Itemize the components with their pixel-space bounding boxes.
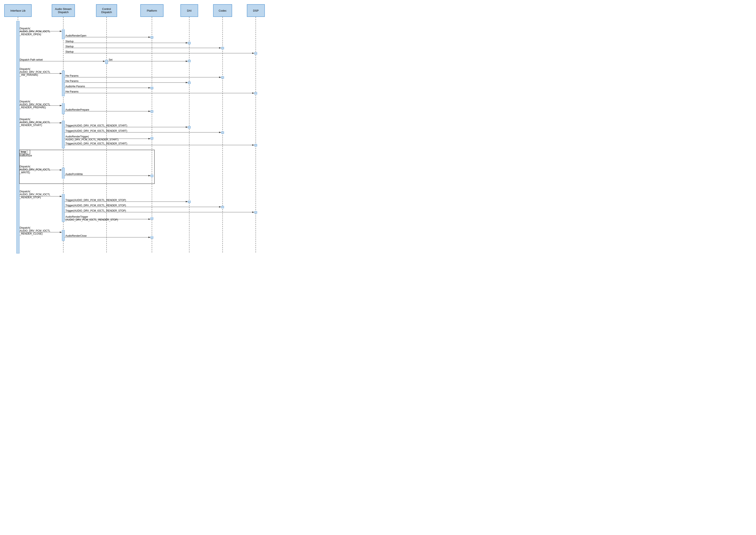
svg-rect-9: [62, 30, 65, 39]
actor-control-dispatch: ControlDispatch: [96, 4, 117, 17]
msg-audio-render-trigger-stop: AudioRenderTrigger(AUDIO_DRV_PCM_IOCTL_R…: [66, 215, 118, 221]
msg-startup-1: Startup: [66, 40, 74, 43]
actor-dai-label: DAI: [187, 9, 192, 12]
svg-rect-61: [151, 217, 153, 220]
msg-dispatch-render-stop: Dispatch(AUDIO_DRV_PCM_IOCTL_RENDER_STOP…: [20, 190, 50, 199]
msg-hw-params-3: Hw Params: [66, 90, 78, 93]
actor-dai: DAI: [180, 4, 198, 17]
svg-rect-29: [151, 87, 153, 89]
msg-dispatch-render-open: Dispatch(AUDIO_DRV_PCM_IOCTL_RENDER_OPEN…: [20, 27, 50, 36]
msg-hw-params-1: Hw Params: [66, 74, 78, 77]
msg-dispatch-path-selset: Dispatch Path selset: [20, 58, 42, 61]
msg-trigger-render-start-3: Trigger(AUDIO_DRV_PCM_IOCTL_RENDER_START…: [66, 142, 127, 145]
actor-platform: Platform: [140, 4, 164, 17]
diagram-container: Interface Lib Audio StreamDispatch Contr…: [0, 0, 274, 465]
msg-startup-2: Startup: [66, 45, 74, 48]
svg-rect-8: [16, 21, 19, 253]
svg-rect-25: [221, 76, 224, 78]
svg-rect-45: [255, 144, 257, 146]
actor-interface-lib: Interface Lib: [4, 4, 32, 17]
svg-rect-41: [221, 131, 224, 134]
actor-audio-stream-label: Audio StreamDispatch: [55, 7, 72, 14]
msg-dispatch-render-start: Dispatch(AUDIO_DRV_PCM_IOCTL_RENDER_STAR…: [20, 118, 50, 127]
msg-traf-buf-size: trafBufSize: [20, 154, 32, 157]
svg-rect-53: [62, 194, 65, 222]
msg-trigger-render-stop-1: Trigger(AUDIO_DRV_PCM_IOCTL_RENDER_STOP): [66, 199, 126, 202]
msg-audio-render-open: AudioRenderOpen: [66, 34, 86, 37]
actor-dsp: DSP: [247, 4, 265, 17]
svg-rect-11: [151, 36, 153, 39]
svg-rect-35: [151, 110, 153, 113]
svg-rect-21: [188, 60, 191, 62]
svg-rect-55: [188, 201, 191, 203]
msg-audio-render-prepare: AudioRenderPrepare: [66, 108, 89, 111]
msg-dispatch-render-prepare: Dispatch(AUDIO_DRV_PCM_IOCTL_RENDER_PREP…: [20, 100, 50, 109]
svg-rect-43: [151, 137, 153, 139]
svg-rect-17: [255, 52, 257, 54]
msg-startup-3: Startup: [66, 50, 74, 53]
msg-trigger-render-start-1: Trigger(AUDIO_DRV_PCM_IOCTL_RENDER_START…: [66, 124, 127, 127]
svg-rect-39: [188, 126, 191, 128]
msg-set: Set: [109, 58, 113, 61]
msg-trigger-render-start-2: Trigger(AUDIO_DRV_PCM_IOCTL_RENDER_START…: [66, 129, 127, 132]
msg-trigger-render-stop-2: Trigger(AUDIO_DRV_PCM_IOCTL_RENDER_STOP): [66, 204, 126, 207]
actor-control-dispatch-label: ControlDispatch: [101, 7, 112, 14]
msg-audio-render-trigger-start: AudioRenderTrigger(AUDIO_DRV_PCM_IOCTL_R…: [66, 135, 118, 141]
msg-dispatch-render-close: Dispatch(AUDIO_DRV_PCM_IOCTL_RENDER_CLOS…: [20, 226, 50, 235]
svg-rect-31: [255, 92, 257, 94]
svg-rect-19: [105, 60, 108, 64]
svg-rect-51: [151, 175, 153, 177]
msg-audio-render-close: AudioRenderClose: [66, 234, 87, 237]
actor-codec-label: Codec: [219, 9, 227, 12]
msg-trigger-render-stop-3: Trigger(AUDIO_DRV_PCM_IOCTL_RENDER_STOP): [66, 209, 126, 212]
msg-dispatch-write: Dispatch(AUDIO_DRV_PCM_IOCTL_WRITE): [20, 165, 50, 174]
svg-rect-63: [62, 230, 65, 241]
svg-rect-49: [62, 168, 65, 179]
svg-rect-13: [188, 42, 191, 44]
actor-interface-lib-label: Interface Lib: [10, 9, 26, 12]
msg-hw-params-2: Hw Params: [66, 80, 78, 83]
svg-rect-57: [221, 206, 224, 208]
actor-audio-stream: Audio StreamDispatch: [52, 4, 75, 17]
svg-rect-59: [255, 211, 257, 213]
msg-dispatch-hw-params: Dispatch(AUDIO_DRV_PCM_IOCTL_HW_PARAMS): [20, 68, 50, 76]
svg-rect-33: [62, 103, 65, 114]
svg-rect-23: [62, 71, 65, 96]
actor-codec: Codec: [213, 4, 232, 17]
svg-rect-15: [221, 47, 224, 49]
actor-platform-label: Platform: [147, 9, 157, 12]
loop-label: loop: [19, 150, 27, 154]
actor-dsp-label: DSP: [253, 9, 259, 12]
svg-rect-27: [188, 82, 191, 84]
msg-audio-pcm-write: AudioPcmWrite: [66, 173, 83, 176]
svg-rect-65: [151, 237, 153, 239]
svg-rect-37: [62, 121, 65, 148]
msg-audiohw-params: AudioHw Params: [66, 85, 85, 88]
